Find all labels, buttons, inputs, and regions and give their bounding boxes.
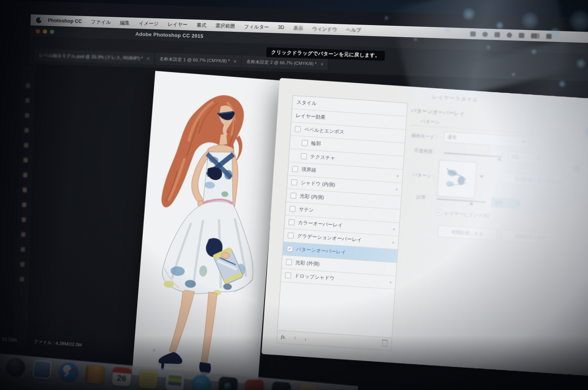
dock-icon-photos[interactable] bbox=[165, 372, 185, 390]
tool-icon-3[interactable] bbox=[25, 113, 29, 118]
file-size-info[interactable]: ファイル : 4.28M/22.0M bbox=[33, 338, 82, 348]
tool-icon-10[interactable] bbox=[22, 217, 26, 222]
style-checkbox[interactable] bbox=[292, 166, 298, 172]
style-row-label: 光彩 (内側) bbox=[299, 193, 324, 201]
tool-icon-6[interactable] bbox=[24, 158, 28, 162]
tab-label: 名称未設定 2 @ 66.7% (CMYK/8) * bbox=[246, 59, 316, 67]
menu-item-10[interactable]: ウィンドウ bbox=[312, 25, 337, 33]
snap-to-origin-button[interactable]: 元の位置に合わせる(A) bbox=[500, 172, 576, 189]
menu-item-2[interactable]: 編集 bbox=[120, 19, 130, 26]
add-effect-plus-icon[interactable]: + bbox=[389, 279, 392, 285]
artboard-fashion-illustration[interactable] bbox=[132, 71, 281, 385]
tool-icon-13[interactable] bbox=[20, 262, 24, 267]
style-checkbox[interactable]: ✓ bbox=[287, 246, 293, 252]
tool-icon-2[interactable] bbox=[25, 98, 29, 103]
style-checkbox[interactable] bbox=[289, 206, 296, 212]
scale-value-field[interactable]: 100 bbox=[491, 197, 520, 209]
add-effect-plus-icon[interactable]: + bbox=[392, 226, 396, 232]
add-effect-plus-icon[interactable]: + bbox=[392, 239, 395, 245]
style-checkbox[interactable] bbox=[286, 259, 292, 265]
volume-icon[interactable] bbox=[519, 33, 524, 38]
menu-item-1[interactable]: ファイル bbox=[91, 18, 111, 26]
move-effect-down-button[interactable]: ↓ bbox=[304, 336, 307, 341]
zoom-level[interactable]: 33.33% bbox=[2, 337, 17, 343]
compass-needle bbox=[64, 367, 74, 376]
blend-mode-value: 通常 bbox=[447, 134, 457, 141]
style-checkbox[interactable] bbox=[301, 153, 307, 160]
wifi-icon[interactable] bbox=[506, 32, 512, 37]
tool-icon-8[interactable] bbox=[22, 187, 27, 192]
scale-label: 比率 : bbox=[416, 194, 429, 201]
document-tab-2[interactable]: 名称未設定 1 @ 66.7% (CMYK/8) *× bbox=[155, 53, 242, 67]
delete-effect-trash-icon[interactable] bbox=[382, 341, 388, 347]
dock-icon-calendar[interactable]: 26 bbox=[112, 367, 132, 387]
link-with-layer-checkbox[interactable]: ✓ bbox=[436, 209, 442, 216]
menu-item-5[interactable]: 書式 bbox=[196, 22, 207, 29]
scale-slider-knob[interactable] bbox=[469, 202, 474, 205]
tool-icon-14[interactable] bbox=[20, 277, 24, 281]
style-checkbox[interactable] bbox=[295, 126, 301, 132]
dock-icon-globe[interactable] bbox=[5, 357, 25, 377]
fx-icon[interactable]: fx. bbox=[281, 334, 286, 340]
app-menu[interactable]: Photoshop CC bbox=[48, 18, 82, 24]
add-effect-plus-icon[interactable]: + bbox=[395, 186, 398, 192]
style-row-label: 境界線 bbox=[301, 166, 317, 174]
opacity-value: 100 bbox=[511, 154, 519, 160]
make-default-button[interactable]: 初期設定にする bbox=[437, 225, 498, 241]
status-options-arrow-icon[interactable] bbox=[153, 348, 156, 352]
dock-icon-contacts[interactable] bbox=[85, 365, 105, 385]
opacity-slider-knob[interactable] bbox=[497, 157, 502, 161]
menu-item-6[interactable]: 選択範囲 bbox=[215, 22, 235, 30]
pattern-thumbnail[interactable] bbox=[437, 160, 477, 198]
style-checkbox[interactable] bbox=[291, 179, 298, 185]
tool-icon-12[interactable] bbox=[20, 247, 25, 252]
dock-icon-stickies[interactable] bbox=[138, 369, 158, 389]
tool-icon-4[interactable] bbox=[24, 128, 29, 132]
menu-item-9[interactable]: 表示 bbox=[293, 25, 303, 32]
tab-close-icon[interactable]: × bbox=[234, 58, 237, 64]
tool-icon-11[interactable] bbox=[21, 232, 25, 237]
fashion-illustration bbox=[132, 71, 281, 385]
move-effect-up-button[interactable]: ↑ bbox=[294, 335, 296, 341]
style-checkbox[interactable] bbox=[301, 140, 308, 146]
opacity-value-field[interactable]: 100 bbox=[508, 151, 540, 164]
tab-close-icon[interactable]: × bbox=[320, 61, 323, 67]
menu-item-7[interactable]: フィルター bbox=[244, 23, 269, 31]
add-effect-plus-icon[interactable]: + bbox=[396, 173, 399, 178]
dock-icon-image-blue[interactable] bbox=[32, 359, 52, 379]
pattern-picker-arrow-icon[interactable] bbox=[479, 175, 484, 178]
opacity-slider[interactable] bbox=[444, 152, 503, 158]
pattern-label: パターン : bbox=[412, 172, 435, 180]
scale-slider[interactable] bbox=[437, 198, 486, 203]
menu-item-4[interactable]: レイヤー bbox=[168, 21, 188, 28]
tool-icon-9[interactable] bbox=[22, 202, 26, 207]
tool-icon-7[interactable] bbox=[23, 172, 27, 177]
dock-icon-red-app[interactable] bbox=[245, 379, 264, 390]
dock-icon-safari[interactable] bbox=[59, 362, 79, 382]
tool-icon-5[interactable] bbox=[24, 143, 28, 147]
menu-item-11[interactable]: ヘルプ bbox=[346, 26, 361, 33]
style-row-label: パターンオーバーレイ bbox=[296, 246, 346, 256]
link-with-layer-label: レイヤーにリンク(K) bbox=[444, 210, 489, 219]
style-checkbox[interactable] bbox=[289, 219, 295, 225]
sync-icon[interactable] bbox=[470, 31, 475, 36]
reset-default-button[interactable]: 初期設定に戻す bbox=[501, 229, 561, 245]
dock-icon-messages[interactable] bbox=[191, 374, 211, 390]
input-source-icon[interactable] bbox=[546, 34, 552, 39]
bluetooth-icon[interactable] bbox=[494, 32, 500, 37]
apple-menu-icon[interactable] bbox=[36, 17, 42, 23]
menu-item-3[interactable]: イメージ bbox=[139, 20, 159, 27]
style-checkbox[interactable] bbox=[290, 192, 296, 199]
document-tab-1[interactable]: レベル融合モデル.psd @ 33.3% (ドレス, RGB/8*) *× bbox=[34, 49, 155, 65]
dock-icon-photo-booth[interactable] bbox=[218, 376, 238, 390]
tool-icon-1[interactable] bbox=[26, 83, 30, 88]
style-checkbox[interactable] bbox=[288, 232, 294, 239]
style-checkbox[interactable] bbox=[285, 272, 291, 279]
battery-icon[interactable] bbox=[531, 33, 539, 38]
menu-item-8[interactable]: 3D bbox=[278, 24, 285, 31]
tab-close-icon[interactable]: × bbox=[147, 56, 150, 62]
dock-icon-dark-image[interactable] bbox=[271, 381, 291, 390]
clock-icon[interactable] bbox=[482, 31, 488, 36]
style-row-label: グラデーションオーバーレイ bbox=[297, 233, 362, 244]
blend-mode-select[interactable]: 通常 bbox=[444, 131, 530, 148]
